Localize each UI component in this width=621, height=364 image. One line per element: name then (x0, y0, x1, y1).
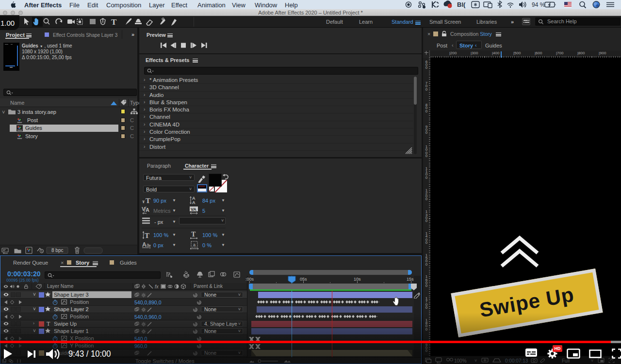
svg-text:A: A (146, 207, 149, 213)
svg-text:a: a (147, 242, 149, 248)
svg-text:94 %: 94 % (532, 1, 545, 8)
svg-text:8 bpc: 8 bpc (51, 248, 63, 253)
svg-text:T: T (146, 197, 150, 204)
svg-text:T: T (111, 17, 117, 27)
svg-text:T: T (145, 232, 149, 239)
svg-text:V: V (142, 206, 146, 212)
svg-text:Bl(: Bl( (457, 1, 466, 8)
svg-text:T: T (191, 231, 196, 238)
svg-text:VA: VA (191, 207, 196, 212)
svg-text:A: A (192, 200, 196, 205)
svg-text:т: т (142, 198, 145, 204)
svg-text:A: A (142, 241, 147, 248)
svg-text:a: a (193, 242, 196, 247)
